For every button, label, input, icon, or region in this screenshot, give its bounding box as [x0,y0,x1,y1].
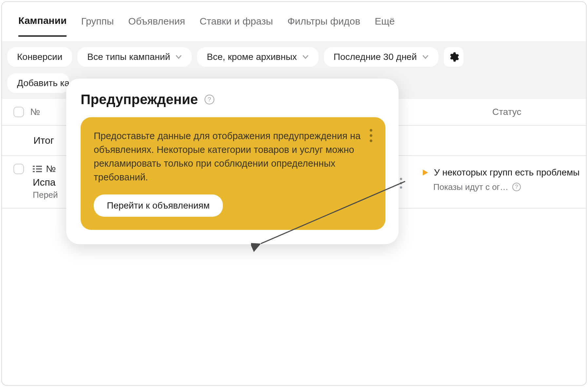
help-icon[interactable]: ? [512,183,521,191]
filter-campaign-types[interactable]: Все типы кампаний [77,47,192,67]
svg-rect-3 [36,168,42,170]
add-campaign-button[interactable]: Добавить ка [7,73,69,93]
tab-ads[interactable]: Объявления [128,16,185,36]
row-id: № [46,164,56,174]
tab-campaigns[interactable]: Кампании [18,15,67,37]
filter-label: Все, кроме архивных [207,52,297,62]
tab-more[interactable]: Ещё [375,16,395,36]
settings-button[interactable] [444,47,463,67]
go-to-ads-button[interactable]: Перейти к объявлениям [94,194,223,217]
svg-rect-5 [36,171,42,172]
row-status: У некоторых групп есть проблемы Показы и… [402,166,579,200]
chevron-down-icon [302,54,309,60]
warning-popup: Предупреждение ? Предоставьте данные для… [66,79,399,244]
status-sub-text: Показы идут с ог… [433,182,508,192]
totals-label: Итог [33,135,54,146]
filter-label: Все типы кампаний [87,52,170,62]
help-icon[interactable]: ? [205,95,214,104]
svg-rect-1 [36,166,42,167]
filter-conversions[interactable]: Конверсии [7,47,72,67]
select-all-checkbox[interactable] [13,107,24,117]
row-kebab-menu[interactable] [400,177,402,190]
gear-icon [448,51,459,63]
filter-label: Конверсии [17,52,62,62]
tab-bids[interactable]: Ставки и фразы [200,16,273,36]
warning-triangle-icon [422,169,429,176]
warning-card: Предоставьте данные для отображения пред… [81,117,385,230]
filter-archive[interactable]: Все, кроме архивных [197,47,319,67]
filter-period[interactable]: Последние 30 дней [324,47,439,67]
tab-feeds[interactable]: Фильтры фидов [287,16,360,36]
row-checkbox[interactable] [13,164,24,174]
status-text: У некоторых групп есть проблемы [434,166,579,179]
chevron-down-icon [422,54,429,60]
tab-groups[interactable]: Группы [81,16,114,36]
popup-title: Предупреждение [81,92,198,107]
warning-text: Предоставьте данные для отображения пред… [94,129,363,184]
filter-bar: Конверсии Все типы кампаний Все, кроме а… [2,41,586,70]
row-title[interactable]: Испа [33,177,58,188]
chevron-down-icon [175,54,182,60]
filter-label: Последние 30 дней [334,52,417,62]
list-icon [33,166,42,172]
row-link[interactable]: Перей [33,190,58,200]
svg-rect-2 [33,168,35,170]
warning-kebab-menu[interactable] [370,129,372,145]
main-tabs: Кампании Группы Объявления Ставки и фраз… [2,2,586,41]
svg-rect-0 [33,166,35,167]
svg-rect-4 [33,171,35,172]
